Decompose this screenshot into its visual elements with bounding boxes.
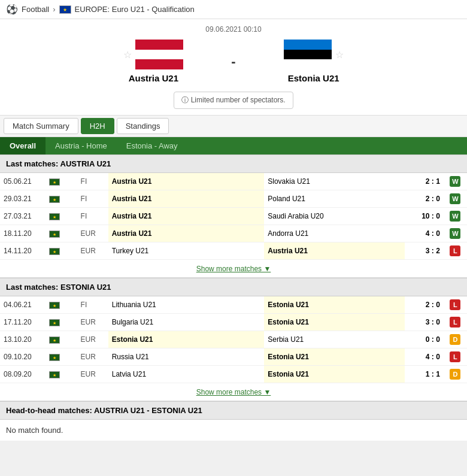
- sub-tab-austria-home[interactable]: Austria - Home: [46, 137, 117, 154]
- match-away-team[interactable]: Estonia U21: [264, 348, 405, 366]
- match-comp-flag: ★: [46, 331, 77, 348]
- match-home-team[interactable]: Latvia U21: [108, 366, 265, 383]
- match-score-cell: 10 : 0: [405, 208, 444, 225]
- h2h-section-header: Head-to-head matches: AUSTRIA U21 - ESTO…: [0, 401, 467, 420]
- tab-match-summary[interactable]: Match Summary: [4, 118, 78, 134]
- match-home-team[interactable]: Austria U21: [108, 173, 265, 190]
- match-date-cell: 18.11.20: [0, 225, 46, 242]
- sport-breadcrumb[interactable]: Football: [22, 5, 49, 14]
- teams-row: ☆ Austria U21 - ☆ Estonia U21: [6, 40, 461, 83]
- estonia-show-more: Show more matches ▼: [0, 383, 467, 401]
- match-away-team[interactable]: Poland U21: [264, 190, 405, 208]
- table-row: 04.06.21 ★ FI Lithuania U21 Estonia U21 …: [0, 296, 467, 314]
- home-team-block: ☆ Austria U21: [87, 40, 219, 83]
- match-comp-label: FI: [77, 190, 108, 208]
- region-flag-icon: ★: [59, 5, 71, 14]
- competition-breadcrumb[interactable]: EUROPE: Euro U21 - Qualification: [75, 5, 195, 14]
- match-score-cell: 3 : 0: [405, 314, 444, 331]
- match-date-cell: 13.10.20: [0, 331, 46, 348]
- away-team-block: ☆ Estonia U21: [248, 40, 380, 83]
- match-comp-flag: ★: [46, 242, 77, 260]
- austria-matches-table: 05.06.21 ★ FI Austria U21 Slovakia U21 2…: [0, 173, 467, 260]
- match-comp-flag: ★: [46, 225, 77, 242]
- match-date-cell: 08.09.20: [0, 366, 46, 383]
- match-home-team[interactable]: Austria U21: [108, 208, 265, 225]
- match-result-badge: L: [444, 348, 467, 366]
- match-date-cell: 17.11.20: [0, 314, 46, 331]
- sub-tab-overall[interactable]: Overall: [0, 137, 46, 154]
- match-score-cell: 2 : 0: [405, 296, 444, 314]
- home-star-icon[interactable]: ☆: [123, 49, 132, 60]
- table-row: 29.03.21 ★ FI Austria U21 Poland U21 2 :…: [0, 190, 467, 208]
- match-result-badge: W: [444, 190, 467, 208]
- table-row: 05.06.21 ★ FI Austria U21 Slovakia U21 2…: [0, 173, 467, 190]
- h2h-no-match: No match found.: [0, 420, 467, 441]
- match-score-cell: 3 : 2: [405, 242, 444, 260]
- match-comp-flag: ★: [46, 366, 77, 383]
- estonia-show-more-link[interactable]: Show more matches ▼: [196, 388, 271, 396]
- match-away-team[interactable]: Andorra U21: [264, 225, 405, 242]
- table-row: 17.11.20 ★ EUR Bulgaria U21 Estonia U21 …: [0, 314, 467, 331]
- header: ⚽ Football › ★ EUROPE: Euro U21 - Qualif…: [0, 0, 467, 19]
- table-row: 27.03.21 ★ FI Austria U21 Saudi Arabia U…: [0, 208, 467, 225]
- match-result-badge: D: [444, 331, 467, 348]
- match-score-cell: 1 : 1: [405, 366, 444, 383]
- match-home-team[interactable]: Austria U21: [108, 190, 265, 208]
- match-away-team[interactable]: Estonia U21: [264, 314, 405, 331]
- away-team-name: Estonia U21: [288, 73, 339, 83]
- match-date-cell: 09.10.20: [0, 348, 46, 366]
- match-score: -: [219, 54, 247, 69]
- match-away-team[interactable]: Austria U21: [264, 242, 405, 260]
- info-icon: ⓘ: [181, 96, 189, 104]
- match-score-cell: 4 : 0: [405, 225, 444, 242]
- match-comp-label: FI: [77, 208, 108, 225]
- match-away-team[interactable]: Serbia U21: [264, 331, 405, 348]
- match-comp-flag: ★: [46, 348, 77, 366]
- match-result-badge: W: [444, 173, 467, 190]
- sub-tab-estonia-away[interactable]: Estonia - Away: [117, 137, 187, 154]
- match-comp-flag: ★: [46, 190, 77, 208]
- table-row: 18.11.20 ★ EUR Austria U21 Andorra U21 4…: [0, 225, 467, 242]
- match-result-badge: L: [444, 296, 467, 314]
- table-row: 14.11.20 ★ EUR Turkey U21 Austria U21 3 …: [0, 242, 467, 260]
- austria-flag: [135, 40, 183, 69]
- match-home-team[interactable]: Austria U21: [108, 225, 265, 242]
- match-comp-label: EUR: [77, 331, 108, 348]
- tab-h2h[interactable]: H2H: [81, 118, 114, 134]
- spectators-notice: ⓘ Limited number of spectators.: [174, 92, 293, 109]
- austria-show-more: Show more matches ▼: [0, 260, 467, 278]
- sport-icon: ⚽: [6, 4, 18, 15]
- match-section: 09.06.2021 00:10 ☆ Austria U21 -: [0, 19, 467, 115]
- match-date-cell: 04.06.21: [0, 296, 46, 314]
- estonia-section-header: Last matches: ESTONIA U21: [0, 278, 467, 296]
- match-away-team[interactable]: Estonia U21: [264, 366, 405, 383]
- home-team-name: Austria U21: [129, 73, 178, 83]
- match-comp-label: EUR: [77, 348, 108, 366]
- match-score-cell: 2 : 1: [405, 173, 444, 190]
- match-home-team[interactable]: Bulgaria U21: [108, 314, 265, 331]
- match-away-team[interactable]: Estonia U21: [264, 296, 405, 314]
- match-comp-label: EUR: [77, 366, 108, 383]
- match-home-team[interactable]: Russia U21: [108, 348, 265, 366]
- match-home-team[interactable]: Turkey U21: [108, 242, 265, 260]
- table-row: 13.10.20 ★ EUR Estonia U21 Serbia U21 0 …: [0, 331, 467, 348]
- match-result-badge: L: [444, 242, 467, 260]
- match-score-cell: 0 : 0: [405, 331, 444, 348]
- match-away-team[interactable]: Saudi Arabia U20: [264, 208, 405, 225]
- match-result-badge: W: [444, 208, 467, 225]
- tab-standings[interactable]: Standings: [117, 118, 169, 134]
- match-result-badge: D: [444, 366, 467, 383]
- match-comp-label: FI: [77, 296, 108, 314]
- match-result-badge: W: [444, 225, 467, 242]
- estonia-matches-table: 04.06.21 ★ FI Lithuania U21 Estonia U21 …: [0, 296, 467, 383]
- estonia-flag: [284, 40, 332, 69]
- match-home-team[interactable]: Estonia U21: [108, 331, 265, 348]
- match-away-team[interactable]: Slovakia U21: [264, 173, 405, 190]
- match-comp-flag: ★: [46, 173, 77, 190]
- away-star-icon[interactable]: ☆: [335, 49, 344, 60]
- austria-show-more-link[interactable]: Show more matches ▼: [196, 265, 271, 273]
- breadcrumb-sep: ›: [53, 5, 55, 14]
- match-score-cell: 4 : 0: [405, 348, 444, 366]
- match-home-team[interactable]: Lithuania U21: [108, 296, 265, 314]
- match-comp-flag: ★: [46, 296, 77, 314]
